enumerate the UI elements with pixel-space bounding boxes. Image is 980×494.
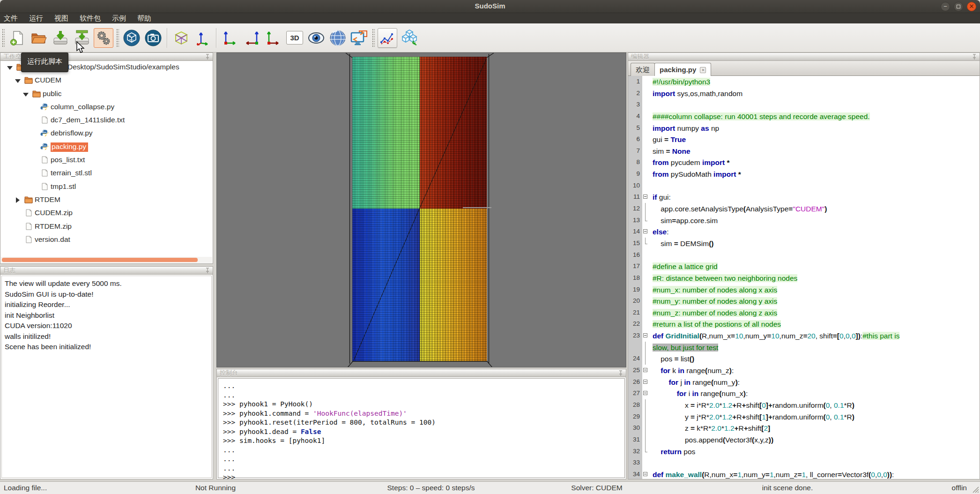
tree-item-version-dat[interactable]: version.dat: [1, 234, 212, 247]
tree-expand-arrow[interactable]: [23, 93, 29, 97]
pin-icon[interactable]: [205, 54, 210, 60]
fold-column: [642, 318, 649, 330]
view-3d-label: 3D: [286, 31, 303, 45]
console-panel-header[interactable]: 控制台: [217, 369, 626, 377]
menu-item-1[interactable]: 运行: [29, 14, 43, 23]
minimize-button[interactable]: −: [941, 2, 950, 11]
tab-packing-py[interactable]: packing.py✕: [654, 63, 711, 76]
run-script-button[interactable]: [94, 28, 113, 48]
code-editor[interactable]: 1#!/usr/bin/python32import sys,os,math,r…: [628, 76, 980, 479]
share-screen-button[interactable]: [349, 28, 369, 48]
toolbar-handle[interactable]: [116, 29, 119, 47]
fold-marker-icon[interactable]: [643, 229, 647, 233]
fold-column[interactable]: [642, 365, 649, 376]
voxel-cubes-button[interactable]: [399, 28, 419, 48]
fold-marker-icon[interactable]: [643, 380, 647, 384]
fold-column[interactable]: [642, 388, 649, 399]
line-number: 14: [628, 226, 642, 238]
code-text: sim = None: [649, 145, 980, 157]
menu-item-5[interactable]: 帮助: [137, 14, 151, 23]
view-3d-button[interactable]: 3D: [285, 28, 304, 48]
tab-close-icon[interactable]: ✕: [700, 67, 706, 73]
snapshot-button[interactable]: [143, 28, 163, 48]
code-text: #num_x: number of nodes along x axis: [649, 284, 980, 295]
menu-item-2[interactable]: 视图: [54, 14, 68, 23]
code-line-23: 23def GridInitial(R,num_x=10,num_y=10,nu…: [628, 330, 980, 342]
tree-hscrollbar-thumb[interactable]: [2, 258, 198, 262]
title-bar[interactable]: SudoSim − ✕: [0, 0, 980, 13]
pin-icon[interactable]: [972, 54, 977, 60]
fold-column[interactable]: [642, 469, 649, 479]
fold-column[interactable]: [642, 330, 649, 342]
tree-item-cudem[interactable]: CUDEM: [1, 75, 212, 88]
tree-expand-arrow[interactable]: [7, 66, 13, 70]
code-line-24: 24 pos = list(): [628, 353, 980, 365]
tree-item-public[interactable]: public: [1, 88, 212, 101]
fold-marker-icon[interactable]: [643, 391, 647, 395]
log-panel-header[interactable]: 日志: [0, 267, 213, 275]
tree-item-rtdem-zip[interactable]: RTDEM.zip: [1, 221, 212, 234]
viewport-3d[interactable]: [216, 52, 626, 367]
web-button[interactable]: [328, 28, 348, 48]
stl-view-button[interactable]: S T L: [122, 28, 141, 48]
menu-item-4[interactable]: 示例: [112, 14, 126, 23]
tree-expand-arrow[interactable]: [15, 79, 21, 83]
tree-item-debrisflow-py[interactable]: debrisflow.py: [1, 127, 212, 141]
open-folder-button[interactable]: [29, 28, 49, 48]
tree-item-dc7-dem-1411slide-txt[interactable]: dc7_dem_1411slide.txt: [1, 114, 212, 127]
status-bar: Loading file... Not Running Steps: 0 – s…: [0, 481, 980, 494]
code-line-25: 25 for k in range(num_z):: [628, 365, 980, 376]
tree-item-packing-py[interactable]: packing.py: [1, 141, 212, 154]
new-file-button[interactable]: [7, 28, 27, 48]
fold-column: [642, 111, 649, 122]
tab-welcome[interactable]: 欢迎: [631, 63, 655, 76]
axes-triad-button[interactable]: [193, 28, 212, 48]
fold-marker-icon[interactable]: [643, 368, 647, 372]
file-icon: [24, 236, 33, 243]
pin-icon[interactable]: [618, 370, 623, 376]
view-front-button[interactable]: [220, 28, 240, 48]
maximize-button[interactable]: [954, 2, 963, 11]
view-top-button[interactable]: [263, 28, 283, 48]
fold-column[interactable]: [642, 376, 649, 388]
code-text: def GridInitial(R,num_x=10,num_y=10,num_…: [649, 330, 980, 341]
tree-item-label: column_collapse.py: [51, 103, 114, 111]
fold-column[interactable]: [642, 226, 649, 238]
menu-item-0[interactable]: 文件: [4, 14, 18, 23]
tab-welcome-label: 欢迎: [636, 66, 650, 74]
import-button[interactable]: [51, 28, 70, 48]
plot-chart-button[interactable]: [378, 28, 397, 48]
fold-column: [642, 157, 649, 168]
tree-item-column-collapse-py[interactable]: column_collapse.py: [1, 101, 212, 114]
tree-item-rtdem[interactable]: RTDEM: [1, 194, 212, 207]
fold-marker-icon[interactable]: [643, 333, 647, 337]
tree-item-tmp1-stl[interactable]: tmp1.stl: [1, 181, 212, 194]
fold-marker-icon[interactable]: [643, 195, 647, 199]
tree-item-terrain-stl-stl[interactable]: terrain_stl.stl: [1, 167, 212, 180]
fold-column[interactable]: [642, 191, 649, 203]
close-button[interactable]: ✕: [967, 2, 976, 11]
python-console[interactable]: ......>>> pyhook1 = PyHook()>>> pyhook1.…: [218, 378, 625, 478]
toolbar-handle[interactable]: [372, 29, 375, 47]
toolbar-handle[interactable]: [2, 29, 5, 47]
tree-item-pos-list-txt[interactable]: pos_list.txt: [1, 154, 212, 167]
wireframe-box-button[interactable]: [171, 28, 191, 48]
pin-icon[interactable]: [205, 268, 210, 274]
file-tree: /home/sway/Desktop/SudoSimStudio/example…: [1, 61, 212, 257]
tree-hscrollbar[interactable]: [1, 257, 212, 263]
fold-marker-icon[interactable]: [643, 472, 647, 476]
view-side-button[interactable]: [242, 28, 261, 48]
visibility-button[interactable]: [306, 28, 326, 48]
workspace-panel: 工作空间 /home/sway/Desktop/SudoSimStudio/ex…: [0, 52, 213, 264]
menu-item-3[interactable]: 软件包: [80, 14, 101, 23]
tree-collapse-arrow[interactable]: [16, 197, 20, 203]
resize-grip[interactable]: [971, 485, 979, 493]
fold-column: [642, 215, 649, 226]
editor-panel-header[interactable]: 编辑器: [628, 53, 980, 61]
line-number: 9: [628, 168, 642, 180]
file-icon: [24, 223, 33, 230]
tree-item-label: terrain_stl.stl: [51, 169, 92, 177]
tree-item-cudem-zip[interactable]: CUDEM.zip: [1, 207, 212, 220]
code-text: app.core.setAnalysisType(AnalysisType="C…: [649, 203, 980, 214]
line-number: 12: [628, 203, 642, 215]
